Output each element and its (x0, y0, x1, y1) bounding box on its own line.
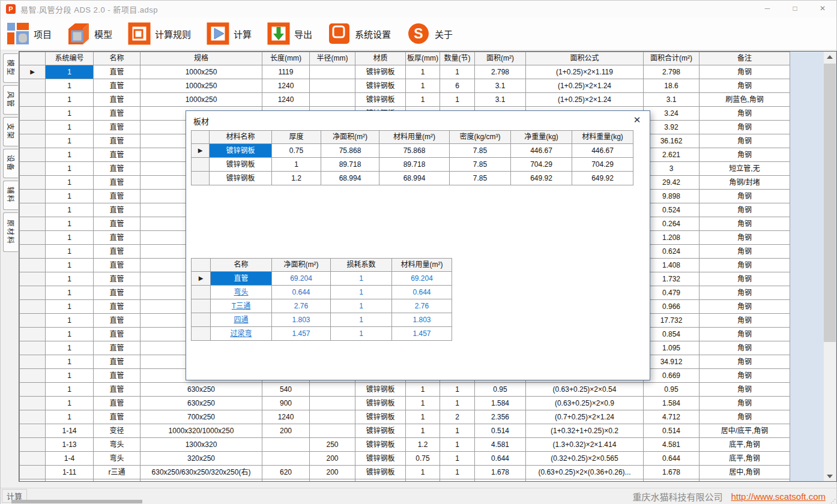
cell[interactable]: 1000x250/1000x250/300x250(中) (141, 479, 262, 482)
cell[interactable]: 底平,角钢 (700, 452, 790, 466)
cell[interactable]: 6 (440, 79, 475, 93)
cell[interactable]: 直管 (94, 355, 141, 369)
cell[interactable]: 1.095 (644, 341, 700, 355)
column-header[interactable]: 厚度 (272, 131, 321, 144)
cell[interactable]: 四通 (211, 313, 272, 327)
cell[interactable]: 1 (46, 190, 94, 203)
column-header[interactable]: 备注 (700, 52, 790, 65)
cell[interactable]: 1.584 (644, 397, 700, 410)
cell[interactable]: 角钢/封堵 (700, 176, 790, 190)
column-header[interactable]: 面积合计(m²) (644, 52, 700, 65)
row-indicator[interactable] (20, 410, 46, 424)
cell[interactable]: 直管 (94, 121, 141, 134)
cell[interactable]: 3 (644, 162, 700, 176)
row-indicator-icon[interactable]: ▶ (192, 272, 211, 286)
cell[interactable]: 角钢 (700, 217, 790, 231)
cell[interactable]: 1 (46, 355, 94, 369)
cell[interactable]: (1+0.25)×2×1.119 (526, 65, 644, 79)
cell[interactable]: 29.42 (644, 176, 700, 190)
cell[interactable] (644, 479, 700, 482)
row-indicator[interactable] (20, 397, 46, 410)
cell[interactable] (310, 65, 355, 79)
table-row[interactable]: 1直管630x250900镀锌钢板111.584(0.63+0.25)×2×0.… (20, 397, 790, 410)
cell[interactable]: 1 (406, 65, 440, 79)
row-indicator[interactable] (192, 158, 210, 172)
cell[interactable]: 36.162 (644, 134, 700, 148)
cell[interactable]: 镀锌钢板 (355, 397, 406, 410)
cell[interactable]: 4.712 (644, 410, 700, 424)
cell[interactable]: 角钢 (700, 245, 790, 259)
cell[interactable]: 1 (440, 383, 475, 397)
table-row[interactable]: ▶镀锌钢板0.7575.86875.8687.85446.67446.67 (192, 144, 633, 158)
horizontal-scrollbar-thumb[interactable] (11, 500, 142, 503)
row-indicator[interactable] (192, 172, 210, 185)
cell[interactable]: 200 (310, 466, 355, 479)
cell[interactable]: 直管 (94, 341, 141, 355)
cell[interactable]: 镀锌钢板 (355, 479, 406, 482)
row-indicator[interactable] (20, 203, 46, 217)
cell[interactable]: 1000x250 (141, 65, 262, 79)
cell[interactable]: (0.63+0.25)×2×0.9 (526, 397, 644, 410)
row-indicator[interactable] (20, 231, 46, 245)
cell[interactable]: 角钢 (700, 355, 790, 369)
cell[interactable] (310, 424, 355, 438)
cell[interactable]: 1 (46, 134, 94, 148)
cell[interactable]: 底平,角钢 (700, 438, 790, 452)
row-indicator[interactable] (20, 79, 46, 93)
cell[interactable]: 1 (440, 93, 475, 107)
cell[interactable]: 直管 (94, 328, 141, 341)
row-indicator[interactable] (20, 466, 46, 479)
cell[interactable]: 1.803 (272, 313, 331, 327)
cell[interactable]: 直管 (94, 217, 141, 231)
cell[interactable]: 1240 (262, 79, 310, 93)
cell[interactable]: 200 (262, 424, 310, 438)
cell[interactable]: 900 (262, 397, 310, 410)
cell[interactable]: 直管 (94, 369, 141, 383)
row-indicator[interactable] (20, 162, 46, 176)
cell[interactable]: 镀锌钢板 (355, 452, 406, 466)
cell[interactable]: 直管 (94, 300, 141, 314)
row-indicator[interactable] (20, 300, 46, 314)
cell[interactable]: r三通 (94, 466, 141, 479)
row-indicator[interactable] (20, 328, 46, 341)
cell[interactable]: 2.798 (475, 65, 526, 79)
cell[interactable]: 4.581 (644, 438, 700, 452)
row-indicator[interactable] (20, 148, 46, 162)
cell[interactable]: 1 (46, 65, 94, 79)
cell[interactable]: 角钢 (700, 328, 790, 341)
cell[interactable]: 320x250 (141, 452, 262, 466)
row-indicator-header[interactable] (20, 52, 46, 65)
cell[interactable]: 直管 (94, 190, 141, 203)
row-indicator[interactable] (20, 190, 46, 203)
sidebar-tab-support[interactable]: 支架 (3, 117, 18, 146)
row-indicator[interactable] (20, 93, 46, 107)
project-button[interactable]: 项目 (7, 22, 52, 45)
cell[interactable]: 1 (440, 452, 475, 466)
row-indicator[interactable] (20, 245, 46, 259)
cell[interactable]: 1-14 (46, 424, 94, 438)
cell[interactable]: 三通 (94, 479, 141, 482)
sidebar-tab-model[interactable]: 模型 (3, 53, 18, 83)
vertical-scrollbar-thumb[interactable] (824, 64, 836, 342)
cell[interactable]: 镀锌钢板 (355, 65, 406, 79)
cell[interactable]: 1 (46, 410, 94, 424)
table-row[interactable]: ▶直管69.204169.204 (192, 272, 452, 286)
cell[interactable] (310, 410, 355, 424)
cell[interactable] (526, 479, 644, 482)
cell[interactable]: 649.92 (572, 172, 633, 185)
cell[interactable]: 角钢 (700, 341, 790, 355)
cell[interactable]: 1 (46, 121, 94, 134)
maximize-button[interactable]: □ (781, 1, 809, 17)
cell[interactable]: 直管 (94, 259, 141, 272)
vertical-scrollbar[interactable] (824, 52, 836, 481)
cell[interactable]: 1-13 (46, 438, 94, 452)
cell[interactable]: 69.204 (392, 272, 452, 286)
cell[interactable]: 弯头 (94, 438, 141, 452)
cell[interactable]: 1000x250 (141, 93, 262, 107)
cell[interactable]: 变径 (94, 424, 141, 438)
cell[interactable]: 1 (46, 383, 94, 397)
cell[interactable]: 角钢 (700, 148, 790, 162)
cell[interactable]: 1.2 (272, 172, 321, 185)
cell[interactable]: T三通 (211, 299, 272, 313)
row-indicator[interactable] (20, 272, 46, 286)
